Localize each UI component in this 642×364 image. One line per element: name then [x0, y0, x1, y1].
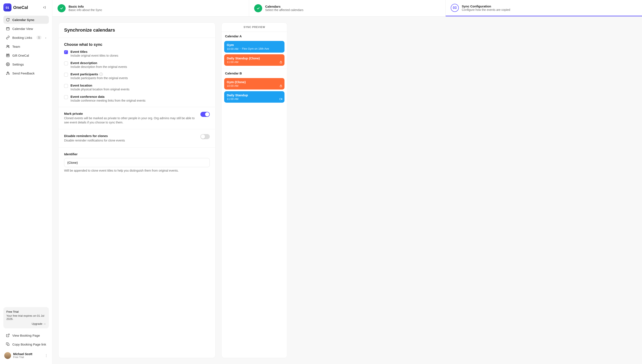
logo-badge: 01: [4, 4, 12, 12]
sidebar-item-settings[interactable]: Settings: [4, 60, 49, 68]
video-icon: [279, 98, 282, 100]
gift-icon: [6, 54, 10, 57]
brand-logo: 01 OneCal: [4, 4, 28, 12]
check-icon: [254, 4, 262, 12]
sidebar-item-calendar-view[interactable]: Calendar View: [4, 24, 49, 33]
sync-option: Event conference data Include conference…: [64, 95, 210, 102]
svg-rect-8: [280, 98, 281, 100]
event-time: 10:00 AM: [227, 84, 238, 88]
panel-heading: Synchronize calendars: [59, 23, 215, 38]
upgrade-link[interactable]: Upgrade →: [6, 322, 46, 326]
reminders-section: Disable reminders for clones Disable rem…: [59, 130, 215, 148]
checkbox[interactable]: [64, 50, 68, 54]
step-sub: Basic info about the Sync: [69, 8, 102, 12]
event-time: 10:00 AM: [227, 47, 238, 50]
collapse-icon: [42, 6, 46, 9]
stepper: Basic Info Basic info about the Sync Cal…: [53, 0, 642, 16]
trial-title: Free Trial: [6, 310, 46, 313]
copy-icon: [6, 342, 10, 346]
reminders-toggle[interactable]: [200, 134, 210, 139]
svg-rect-7: [280, 86, 282, 87]
step-sub: Select the affected calendars: [265, 8, 303, 12]
option-label: Event titles: [71, 50, 118, 54]
preview-event: Daily Standup (Clone) 11:00 AM: [224, 54, 284, 66]
sidebar: 01 OneCal Calendar Sync Calendar View Bo…: [0, 0, 53, 364]
svg-rect-6: [280, 62, 282, 63]
nav-label: Team: [12, 45, 20, 48]
option-desc: Include participants from the original e…: [71, 76, 128, 80]
step-calendars[interactable]: Calendars Select the affected calendars: [249, 0, 446, 16]
lock-icon: [279, 61, 282, 64]
nav-label: Calendar View: [12, 27, 33, 30]
checkbox[interactable]: [64, 84, 68, 88]
option-desc: Include description from the original ev…: [71, 65, 127, 68]
step-number: 03: [451, 4, 459, 12]
identifier-help: Will be appended to clone event titles t…: [64, 169, 210, 172]
mark-private-desc: Cloned events will be marked as private …: [64, 116, 196, 124]
sync-icon: [6, 18, 10, 22]
nav-label: Settings: [12, 62, 24, 66]
user-plan: Free Trial: [13, 356, 32, 359]
choose-section: Choose what to sync Event titles Include…: [59, 38, 215, 107]
event-name: Daily Standup (Clone): [227, 56, 282, 60]
option-desc: Include conference meeting links from th…: [71, 99, 145, 102]
option-label: Event location: [71, 84, 130, 87]
people-icon: [6, 44, 10, 48]
option-desc: Include original event titles to clones: [71, 54, 118, 57]
logo-text: OneCal: [13, 5, 28, 10]
checkbox[interactable]: [64, 95, 68, 99]
logo-row: 01 OneCal: [4, 4, 49, 12]
identifier-label: Identifier: [64, 152, 210, 156]
view-booking-page-link[interactable]: View Booking Page: [4, 331, 49, 340]
svg-point-1: [7, 45, 8, 46]
sidebar-item-calendar-sync[interactable]: Calendar Sync: [4, 16, 49, 24]
svg-point-4: [8, 64, 9, 65]
event-time: 11:00 AM: [227, 60, 238, 64]
calendar-name: Calendar B: [222, 69, 287, 76]
identifier-input[interactable]: [64, 158, 210, 167]
sidebar-item-gift[interactable]: Gift OneCal: [4, 51, 49, 60]
sidebar-collapse-button[interactable]: [42, 4, 49, 11]
sidebar-item-team[interactable]: Team: [4, 42, 49, 50]
user-row: Michael Scott Free Trial ⋮: [4, 350, 49, 360]
checkbox[interactable]: [64, 62, 68, 65]
step-basic-info[interactable]: Basic Info Basic info about the Sync: [53, 0, 249, 16]
preview-event: Daily Standup 11:00 AM: [224, 91, 284, 103]
bottom-links: View Booking Page Copy Booking Page link: [4, 331, 49, 348]
user-meta: Michael Scott Free Trial: [13, 352, 32, 359]
nav-label: Copy Booking Page link: [12, 342, 46, 346]
sync-option: Event participantsi Include participants…: [64, 72, 210, 80]
nav-label: Send Feedback: [12, 72, 35, 75]
sync-panel: Synchronize calendars Choose what to syn…: [58, 22, 215, 358]
mark-private-toggle[interactable]: [200, 112, 210, 117]
user-menu-button[interactable]: ⋮: [45, 354, 48, 358]
sync-option: Event description Include description fr…: [64, 61, 210, 68]
calendar-block: Calendar B Gym (Clone) 10:00 AM Daily St…: [222, 69, 287, 106]
nav-badge: 1: [37, 36, 41, 40]
reminders-desc: Disable reminder notifications for clone…: [64, 138, 196, 143]
nav-label: Gift OneCal: [12, 54, 29, 57]
mark-private-section: Mark private Cloned events will be marke…: [59, 107, 215, 130]
checkbox[interactable]: [64, 73, 68, 76]
trial-box: Free Trial Your free trial expires on 01…: [4, 307, 49, 328]
identifier-section: Identifier Will be appended to clone eve…: [59, 148, 215, 177]
copy-booking-link[interactable]: Copy Booking Page link: [4, 340, 49, 348]
preview-heading: SYNC PREVIEW: [222, 23, 287, 32]
option-desc: Include physical location from original …: [71, 88, 130, 91]
calendar-block: Calendar A Gym 10:00 AM ·Flex Gym on 16t…: [222, 32, 287, 69]
info-icon[interactable]: i: [99, 72, 103, 76]
step-sync-config[interactable]: 03 Sync Configuration Configure how the …: [446, 0, 642, 16]
sidebar-item-feedback[interactable]: Send Feedback: [4, 69, 49, 77]
sparkle-icon: [6, 71, 10, 75]
nav-label: View Booking Page: [12, 334, 40, 337]
event-name: Gym (Clone): [227, 80, 282, 84]
event-name: Gym: [227, 43, 282, 47]
option-label: Event conference data: [71, 95, 145, 98]
svg-rect-5: [8, 344, 9, 346]
reminders-title: Disable reminders for clones: [64, 134, 196, 138]
main: Basic Info Basic info about the Sync Cal…: [53, 0, 642, 364]
sidebar-item-booking-links[interactable]: Booking Links 1 ›: [4, 34, 49, 42]
event-name: Daily Standup: [227, 93, 282, 97]
calendar-icon: [6, 27, 10, 30]
avatar: [4, 352, 11, 359]
